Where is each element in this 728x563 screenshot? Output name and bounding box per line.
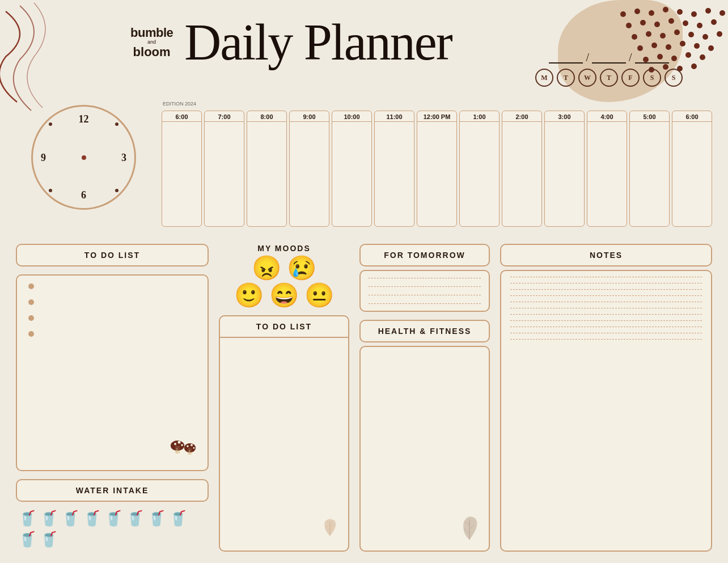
notes-line-8 [510,320,702,321]
notes-line-1 [510,277,702,277]
time-block-9[interactable]: 9:00 [289,111,329,227]
time-content-12[interactable] [417,122,456,226]
todo-item-1[interactable] [28,283,200,289]
date-day[interactable] [549,52,583,64]
cup-2[interactable]: 🥤 [40,510,58,527]
svg-point-18 [674,29,680,35]
leaf-icon-2 [458,513,481,545]
time-content-11[interactable] [375,122,414,226]
time-block-4[interactable]: 4:00 [587,111,627,227]
day-T2[interactable]: T [600,69,618,87]
todo-bullet-1 [28,283,34,289]
time-content-6pm[interactable] [672,122,712,226]
cup-1[interactable]: 🥤 [18,510,36,527]
time-label-9: 9:00 [290,111,329,122]
cup-8[interactable]: 🥤 [169,510,187,527]
column-1: TO DO LIST [16,244,209,552]
time-block-6pm[interactable]: 6:00 [672,111,712,227]
time-content-8[interactable] [247,122,286,226]
cup-9[interactable]: 🥤 [18,531,36,548]
svg-point-10 [654,22,660,27]
time-content-3[interactable] [545,122,584,226]
svg-point-6 [705,8,711,14]
todo-bullet-4 [28,331,34,337]
mood-angry[interactable]: 😠 [252,256,281,280]
todo-list-2[interactable]: TO DO LIST [219,315,349,552]
cup-4[interactable]: 🥤 [83,510,101,527]
day-T1[interactable]: T [557,69,575,87]
notes-line-5 [510,302,702,302]
svg-point-26 [694,43,700,49]
time-label-2: 2:00 [502,111,541,122]
time-block-11[interactable]: 11:00 [374,111,414,227]
time-block-6[interactable]: 6:00 [162,111,202,227]
cup-5[interactable]: 🥤 [104,510,122,527]
cup-6[interactable]: 🥤 [126,510,144,527]
time-block-2[interactable]: 2:00 [502,111,542,227]
day-selector: M T W T F S S [535,69,683,87]
day-S1[interactable]: S [643,69,661,87]
mood-happy[interactable]: 😄 [269,283,299,307]
time-label-1: 1:00 [460,111,499,122]
notes-line-3 [510,289,702,290]
clock-dot-2 [115,122,118,126]
time-content-1[interactable] [460,122,499,226]
notes-box[interactable] [500,270,712,552]
edition-text: EDITION 2024 [163,101,196,107]
time-content-9[interactable] [290,122,329,226]
time-block-10[interactable]: 10:00 [332,111,372,227]
svg-rect-50 [189,450,190,455]
health-fitness-header: HEALTH & FITNESS [359,320,490,342]
todo-list-box[interactable] [16,274,209,471]
svg-point-21 [717,31,722,37]
time-content-10[interactable] [332,122,371,226]
svg-point-41 [178,441,181,444]
date-year[interactable] [635,52,669,64]
day-M[interactable]: M [535,69,553,87]
water-cups: 🥤 🥤 🥤 🥤 🥤 🥤 🥤 🥤 🥤 🥤 [16,506,209,552]
todo-item-4[interactable] [28,331,200,337]
moods-title: MY MOODS [257,244,311,253]
time-content-2[interactable] [502,122,541,226]
todo-item-2[interactable] [28,299,200,305]
time-block-7[interactable]: 7:00 [204,111,244,227]
column-2: MY MOODS 😠 😢 🙂 😄 😐 TO DO LIST [219,244,349,552]
todo-list-2-header: TO DO LIST [220,316,348,338]
day-W[interactable]: W [578,69,596,87]
time-block-1[interactable]: 1:00 [459,111,500,227]
mood-smile[interactable]: 🙂 [234,283,264,307]
time-block-3[interactable]: 3:00 [544,111,585,227]
svg-point-2 [649,10,654,16]
time-block-8[interactable]: 8:00 [247,111,287,227]
time-content-6[interactable] [162,122,201,226]
todo-item-3[interactable] [28,315,200,321]
todo-line-4 [40,334,200,335]
time-content-4[interactable] [587,122,627,226]
day-F[interactable]: F [621,69,640,87]
time-content-5[interactable] [630,122,669,226]
health-box[interactable] [359,346,490,552]
time-block-12[interactable]: 12:00 PM [417,111,457,227]
svg-point-32 [700,54,705,60]
todo-list-2-content[interactable] [220,338,348,551]
time-content-7[interactable] [205,122,244,226]
cup-10[interactable]: 🥤 [40,531,58,548]
cup-3[interactable]: 🥤 [61,510,79,527]
moods-row-1: 😠 😢 [252,256,316,280]
clock-3: 3 [121,151,126,163]
for-tomorrow-lines[interactable] [359,270,490,312]
clock-6: 6 [81,189,86,201]
svg-point-27 [708,45,714,51]
svg-point-14 [711,19,717,25]
time-block-5[interactable]: 5:00 [629,111,670,227]
date-month[interactable] [592,52,626,64]
svg-point-3 [663,7,668,12]
svg-point-5 [691,11,697,17]
moods-row-2: 🙂 😄 😐 [234,283,334,307]
time-label-5: 5:00 [630,111,669,122]
mood-neutral[interactable]: 😐 [304,283,334,307]
mood-sad[interactable]: 😢 [287,256,316,280]
cup-7[interactable]: 🥤 [147,510,166,527]
day-S2[interactable]: S [664,69,683,87]
time-label-6pm: 6:00 [672,111,712,122]
